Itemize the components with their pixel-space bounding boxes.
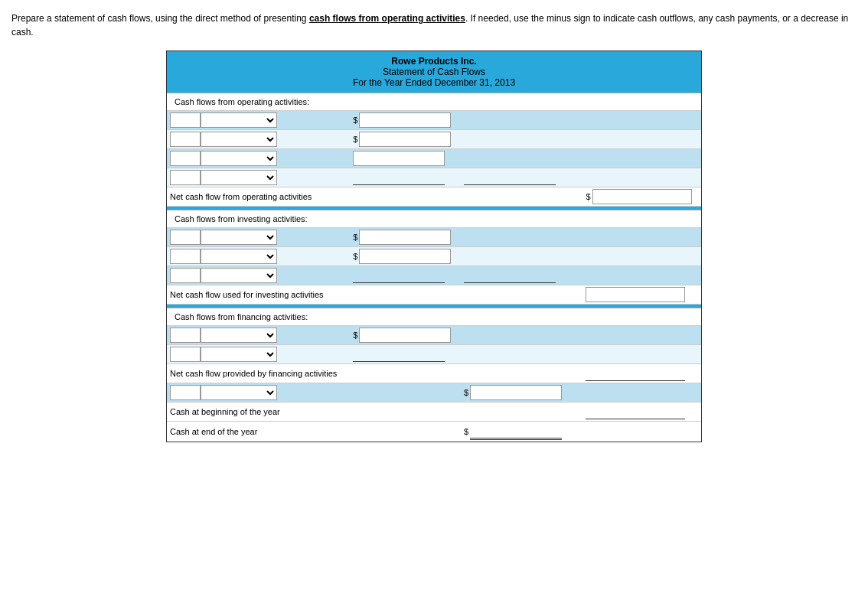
financing-row-2	[167, 345, 701, 364]
cash-end-input[interactable]	[470, 423, 562, 440]
op-row2-label-col	[167, 130, 350, 148]
fin-row2-label-col	[167, 345, 350, 363]
inv-row3-small-input[interactable]	[170, 268, 201, 283]
op-row3-mid-input[interactable]	[353, 151, 445, 166]
cash-end-far-right	[582, 430, 701, 433]
dollar-sign-change: $	[464, 388, 468, 397]
operating-header: Cash flows from operating activities:	[167, 93, 701, 111]
net-operating-input[interactable]	[592, 189, 692, 204]
dollar-sign-2: $	[353, 135, 357, 144]
op-row3-dropdown[interactable]	[201, 151, 277, 166]
inv-row1-dropdown[interactable]	[201, 230, 277, 245]
net-financing-input[interactable]	[586, 366, 685, 381]
cash-beginning-input[interactable]	[586, 404, 685, 419]
fin-row1-mid-input[interactable]	[359, 328, 451, 343]
inv-row3-far-right-col	[582, 274, 701, 277]
inv-row2-dropdown[interactable]	[201, 249, 277, 264]
op-row2-mid-input[interactable]	[359, 132, 451, 147]
op-row3-right-col	[461, 157, 583, 160]
net-financing-mid	[350, 372, 461, 375]
net-operating-right	[461, 195, 583, 198]
change-cash-mid-col	[350, 391, 461, 394]
fin-row1-label-col	[167, 326, 350, 344]
net-financing-right	[461, 372, 583, 375]
cash-beginning-label: Cash at beginning of the year	[167, 406, 350, 418]
operating-row-2: $	[167, 130, 701, 149]
op-row1-small-input[interactable]	[170, 112, 201, 128]
op-row4-far-right-col	[582, 176, 701, 179]
op-row2-small-input[interactable]	[170, 132, 201, 147]
change-cash-label-col	[167, 383, 350, 402]
operating-header-label: Cash flows from operating activities:	[171, 96, 351, 108]
net-financing-label: Net cash flow provided by financing acti…	[167, 367, 350, 380]
company-name: Rowe Products Inc.	[170, 56, 698, 67]
inv-row1-mid-input[interactable]	[359, 230, 451, 245]
op-row4-dropdown[interactable]	[201, 170, 277, 185]
dollar-sign-1: $	[353, 116, 357, 125]
change-cash-small-input[interactable]	[170, 385, 201, 400]
op-row3-small-input[interactable]	[170, 151, 201, 166]
fin-row1-mid-col: $	[350, 326, 461, 344]
inv-row2-small-input[interactable]	[170, 249, 201, 264]
dollar-sign-end: $	[464, 427, 468, 436]
op-row4-mid-col	[350, 168, 461, 187]
inv-row2-mid-col: $	[350, 247, 461, 266]
inv-row3-mid-underline[interactable]	[353, 268, 445, 283]
statement-container: Rowe Products Inc. Statement of Cash Flo…	[166, 51, 702, 442]
change-cash-right-input[interactable]	[470, 385, 562, 400]
op-row4-small-input[interactable]	[170, 170, 201, 185]
inv-row2-mid-input[interactable]	[359, 249, 451, 264]
operating-row-3	[167, 149, 701, 168]
inv-row3-right-col	[461, 266, 583, 285]
op-row4-right-col	[461, 168, 583, 187]
cash-end-label: Cash at end of the year	[167, 425, 350, 438]
statement-header: Rowe Products Inc. Statement of Cash Flo…	[167, 51, 701, 93]
operating-row-1: $	[167, 111, 701, 130]
net-investing-input[interactable]	[586, 287, 685, 302]
statement-title: Statement of Cash Flows	[170, 67, 698, 77]
op-row1-mid-input[interactable]	[359, 112, 451, 128]
op-row1-mid-col: $	[350, 111, 461, 129]
op-row4-right-underline[interactable]	[464, 170, 556, 185]
fin-row2-small-input[interactable]	[170, 347, 201, 362]
op-row1-right-col	[461, 119, 583, 122]
net-investing-far-right	[582, 285, 701, 304]
inv-row1-small-input[interactable]	[170, 230, 201, 245]
fin-row1-dropdown[interactable]	[201, 328, 277, 343]
inv-row3-right-underline[interactable]	[464, 268, 556, 283]
cash-beginning-row: Cash at beginning of the year	[167, 403, 701, 422]
cash-end-mid	[350, 430, 461, 433]
net-financing-row: Net cash flow provided by financing acti…	[167, 364, 701, 383]
op-row2-dropdown[interactable]	[201, 132, 277, 147]
fin-row2-right-col	[461, 353, 583, 356]
fin-row1-small-input[interactable]	[170, 328, 201, 343]
cash-end-row: Cash at end of the year $	[167, 422, 701, 442]
inv-row3-mid-col	[350, 266, 461, 285]
financing-row-1: $	[167, 326, 701, 345]
fin-row1-far-right-col	[582, 334, 701, 337]
net-operating-far-right: $	[582, 187, 701, 206]
op-row2-right-col	[461, 138, 583, 141]
period-label: For the Year Ended December 31, 2013	[170, 77, 698, 88]
net-investing-row: Net cash flow used for investing activit…	[167, 285, 701, 305]
fin-row2-far-right-col	[582, 353, 701, 356]
investing-row-2: $	[167, 247, 701, 266]
dollar-sign-fin1: $	[353, 331, 357, 340]
inv-row3-dropdown[interactable]	[201, 268, 277, 283]
fin-row2-dropdown[interactable]	[201, 347, 277, 362]
intro-text-before: Prepare a statement of cash flows, using…	[11, 13, 309, 24]
net-investing-right	[461, 293, 583, 296]
financing-header-label: Cash flows from financing activities:	[171, 311, 351, 323]
op-row1-dropdown[interactable]	[201, 112, 277, 128]
investing-row-1: $	[167, 228, 701, 247]
cash-beginning-mid	[350, 410, 461, 413]
op-row1-label-col	[167, 111, 350, 129]
dollar-sign-inv1: $	[353, 233, 357, 242]
financing-header: Cash flows from financing activities:	[167, 308, 701, 326]
op-row4-mid-underline[interactable]	[353, 170, 445, 185]
inv-row3-label-col	[167, 266, 350, 285]
change-cash-dropdown[interactable]	[201, 385, 277, 400]
inv-row2-label-col	[167, 247, 350, 266]
inv-row1-mid-col: $	[350, 228, 461, 246]
fin-row2-mid-underline[interactable]	[353, 347, 445, 362]
